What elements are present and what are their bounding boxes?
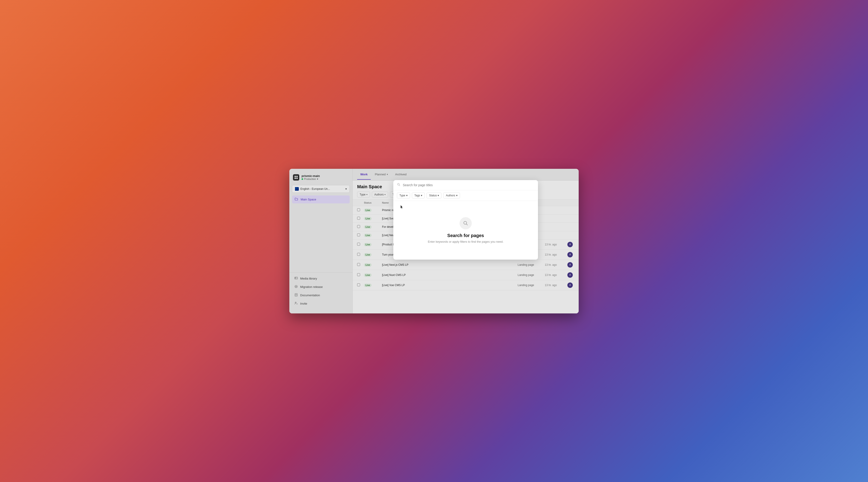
search-filter-status-arrow: ▾: [438, 194, 439, 197]
search-filter-tags-label: Tags: [414, 194, 420, 197]
search-filter-authors-label: Authors: [446, 194, 455, 197]
search-filter-authors-arrow: ▾: [456, 194, 458, 197]
app-window: prismic-main Production ▾ 🇪🇺 English - E…: [289, 169, 579, 314]
search-filter-type[interactable]: Type ▾: [397, 193, 410, 198]
search-filter-tags[interactable]: Tags ▾: [412, 193, 425, 198]
search-filter-type-label: Type: [399, 194, 405, 197]
search-empty-subtext: Enter keywords or apply filters to find …: [428, 240, 504, 244]
search-filter-status[interactable]: Status ▾: [427, 193, 441, 198]
search-empty-heading: Search for pages: [447, 233, 484, 238]
search-filter-tags-arrow: ▾: [421, 194, 422, 197]
svg-line-18: [466, 224, 467, 225]
search-filter-type-arrow: ▾: [406, 194, 408, 197]
svg-line-16: [399, 185, 400, 186]
search-modal: Type ▾ Tags ▾ Status ▾ Authors ▾: [393, 180, 538, 260]
search-filter-authors[interactable]: Authors ▾: [443, 193, 460, 198]
search-filter-status-label: Status: [429, 194, 437, 197]
modal-overlay[interactable]: Type ▾ Tags ▾ Status ▾ Authors ▾: [289, 169, 579, 314]
search-input[interactable]: [403, 183, 534, 187]
search-empty-state: Search for pages Enter keywords or apply…: [393, 201, 538, 260]
search-filter-row: Type ▾ Tags ▾ Status ▾ Authors ▾: [393, 190, 538, 201]
search-icon: [397, 183, 401, 187]
search-input-row: [393, 180, 538, 190]
search-empty-icon: [460, 217, 472, 229]
